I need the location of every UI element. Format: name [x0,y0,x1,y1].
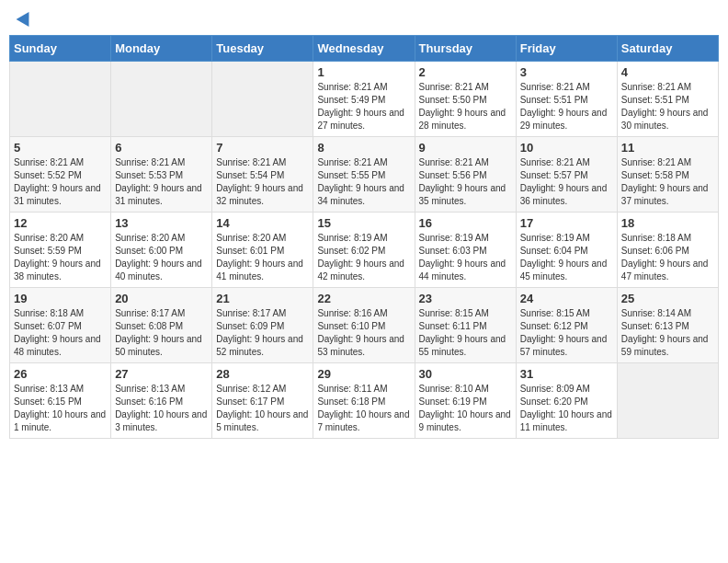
calendar-week-row: 12Sunrise: 8:20 AMSunset: 5:59 PMDayligh… [10,213,719,288]
calendar-table: SundayMondayTuesdayWednesdayThursdayFrid… [9,35,719,439]
day-info: Sunrise: 8:20 AMSunset: 6:01 PMDaylight:… [216,232,309,283]
calendar-day-cell: 20Sunrise: 8:17 AMSunset: 6:08 PMDayligh… [111,288,212,363]
day-info: Sunrise: 8:21 AMSunset: 5:51 PMDaylight:… [520,81,613,132]
day-info: Sunrise: 8:13 AMSunset: 6:16 PMDaylight:… [115,383,208,434]
calendar-day-cell: 8Sunrise: 8:21 AMSunset: 5:55 PMDaylight… [313,137,415,213]
calendar-day-cell: 1Sunrise: 8:21 AMSunset: 5:49 PMDaylight… [313,62,415,137]
day-info: Sunrise: 8:11 AMSunset: 6:18 PMDaylight:… [317,383,410,434]
calendar-week-row: 19Sunrise: 8:18 AMSunset: 6:07 PMDayligh… [10,288,719,363]
day-info: Sunrise: 8:17 AMSunset: 6:08 PMDaylight:… [115,307,208,359]
day-info: Sunrise: 8:19 AMSunset: 6:02 PMDaylight:… [317,232,410,283]
calendar-day-cell: 7Sunrise: 8:21 AMSunset: 5:54 PMDaylight… [212,137,313,213]
calendar-day-cell: 16Sunrise: 8:19 AMSunset: 6:03 PMDayligh… [415,213,516,288]
calendar-day-cell [617,363,718,439]
calendar-day-cell: 25Sunrise: 8:14 AMSunset: 6:13 PMDayligh… [617,288,718,363]
day-number: 2 [419,65,512,79]
day-number: 30 [419,367,512,381]
day-number: 18 [621,216,714,230]
calendar-day-cell: 3Sunrise: 8:21 AMSunset: 5:51 PMDaylight… [516,62,617,137]
calendar-day-cell: 27Sunrise: 8:13 AMSunset: 6:16 PMDayligh… [111,363,212,439]
logo [15,13,33,24]
day-info: Sunrise: 8:21 AMSunset: 5:50 PMDaylight:… [419,81,512,132]
logo-icon [17,8,36,27]
day-number: 7 [216,141,309,155]
day-number: 21 [216,292,309,305]
day-number: 11 [621,141,714,155]
calendar-day-cell: 15Sunrise: 8:19 AMSunset: 6:02 PMDayligh… [313,213,415,288]
day-number: 22 [317,292,410,305]
day-info: Sunrise: 8:20 AMSunset: 6:00 PMDaylight:… [115,232,208,283]
day-number: 4 [621,65,714,79]
day-info: Sunrise: 8:20 AMSunset: 5:59 PMDaylight:… [14,232,107,283]
day-info: Sunrise: 8:12 AMSunset: 6:17 PMDaylight:… [216,383,309,434]
weekday-header: Thursday [415,36,516,62]
day-number: 10 [520,141,613,155]
day-number: 6 [115,141,208,155]
calendar-day-cell: 14Sunrise: 8:20 AMSunset: 6:01 PMDayligh… [212,213,313,288]
day-info: Sunrise: 8:19 AMSunset: 6:04 PMDaylight:… [520,232,613,283]
calendar-day-cell: 22Sunrise: 8:16 AMSunset: 6:10 PMDayligh… [313,288,415,363]
day-number: 24 [520,292,613,305]
day-info: Sunrise: 8:10 AMSunset: 6:19 PMDaylight:… [419,383,512,434]
calendar-week-row: 5Sunrise: 8:21 AMSunset: 5:52 PMDaylight… [10,137,719,213]
day-number: 31 [520,367,613,381]
calendar-day-cell: 23Sunrise: 8:15 AMSunset: 6:11 PMDayligh… [415,288,516,363]
weekday-header: Friday [516,36,617,62]
weekday-header: Sunday [10,36,111,62]
calendar-day-cell: 31Sunrise: 8:09 AMSunset: 6:20 PMDayligh… [516,363,617,439]
calendar-day-cell: 13Sunrise: 8:20 AMSunset: 6:00 PMDayligh… [111,213,212,288]
day-info: Sunrise: 8:18 AMSunset: 6:07 PMDaylight:… [14,307,107,359]
day-number: 5 [14,141,107,155]
day-info: Sunrise: 8:15 AMSunset: 6:11 PMDaylight:… [419,307,512,359]
day-number: 28 [216,367,309,381]
calendar-day-cell: 6Sunrise: 8:21 AMSunset: 5:53 PMDaylight… [111,137,212,213]
day-info: Sunrise: 8:21 AMSunset: 5:54 PMDaylight:… [216,156,309,208]
day-number: 9 [419,141,512,155]
calendar-day-cell [111,62,212,137]
calendar-header-row: SundayMondayTuesdayWednesdayThursdayFrid… [10,36,719,62]
calendar-day-cell: 17Sunrise: 8:19 AMSunset: 6:04 PMDayligh… [516,213,617,288]
day-number: 13 [115,216,208,230]
calendar-day-cell: 5Sunrise: 8:21 AMSunset: 5:52 PMDaylight… [10,137,111,213]
day-info: Sunrise: 8:13 AMSunset: 6:15 PMDaylight:… [14,383,107,434]
day-number: 16 [419,216,512,230]
weekday-header: Wednesday [313,36,415,62]
day-info: Sunrise: 8:17 AMSunset: 6:09 PMDaylight:… [216,307,309,359]
calendar-day-cell: 26Sunrise: 8:13 AMSunset: 6:15 PMDayligh… [10,363,111,439]
calendar-week-row: 26Sunrise: 8:13 AMSunset: 6:15 PMDayligh… [10,363,719,439]
calendar-week-row: 1Sunrise: 8:21 AMSunset: 5:49 PMDaylight… [10,62,719,137]
weekday-header: Saturday [617,36,718,62]
day-number: 23 [419,292,512,305]
day-info: Sunrise: 8:19 AMSunset: 6:03 PMDaylight:… [419,232,512,283]
day-info: Sunrise: 8:21 AMSunset: 5:49 PMDaylight:… [317,81,410,132]
calendar-day-cell: 12Sunrise: 8:20 AMSunset: 5:59 PMDayligh… [10,213,111,288]
day-number: 3 [520,65,613,79]
calendar-day-cell: 2Sunrise: 8:21 AMSunset: 5:50 PMDaylight… [415,62,516,137]
day-info: Sunrise: 8:16 AMSunset: 6:10 PMDaylight:… [317,307,410,359]
day-info: Sunrise: 8:21 AMSunset: 5:57 PMDaylight:… [520,156,613,208]
day-number: 12 [14,216,107,230]
day-number: 14 [216,216,309,230]
weekday-header: Monday [111,36,212,62]
day-number: 17 [520,216,613,230]
calendar-day-cell: 28Sunrise: 8:12 AMSunset: 6:17 PMDayligh… [212,363,313,439]
calendar-day-cell: 4Sunrise: 8:21 AMSunset: 5:51 PMDaylight… [617,62,718,137]
page-header [9,9,719,28]
calendar-day-cell: 30Sunrise: 8:10 AMSunset: 6:19 PMDayligh… [415,363,516,439]
day-info: Sunrise: 8:09 AMSunset: 6:20 PMDaylight:… [520,383,613,434]
day-info: Sunrise: 8:21 AMSunset: 5:58 PMDaylight:… [621,156,714,208]
day-number: 15 [317,216,410,230]
calendar-day-cell: 9Sunrise: 8:21 AMSunset: 5:56 PMDaylight… [415,137,516,213]
calendar-day-cell [212,62,313,137]
weekday-header: Tuesday [212,36,313,62]
day-number: 20 [115,292,208,305]
day-info: Sunrise: 8:14 AMSunset: 6:13 PMDaylight:… [621,307,714,359]
day-info: Sunrise: 8:18 AMSunset: 6:06 PMDaylight:… [621,232,714,283]
calendar-day-cell: 11Sunrise: 8:21 AMSunset: 5:58 PMDayligh… [617,137,718,213]
day-number: 29 [317,367,410,381]
day-number: 25 [621,292,714,305]
day-number: 19 [14,292,107,305]
day-number: 27 [115,367,208,381]
day-info: Sunrise: 8:21 AMSunset: 5:56 PMDaylight:… [419,156,512,208]
calendar-day-cell: 24Sunrise: 8:15 AMSunset: 6:12 PMDayligh… [516,288,617,363]
